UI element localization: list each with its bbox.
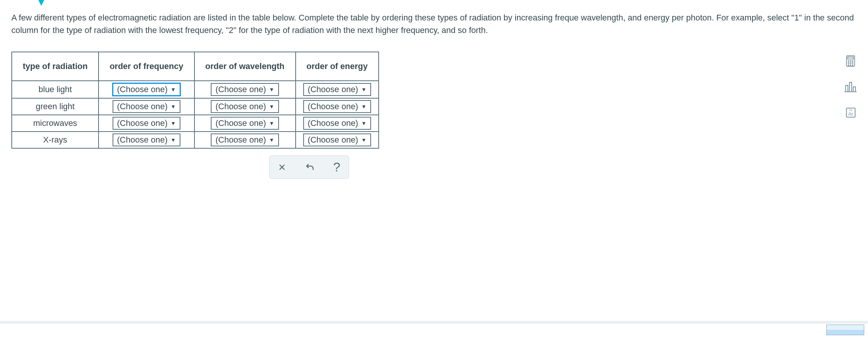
header-frequency: order of frequency [99, 52, 194, 81]
energy-dropdown[interactable]: (Choose one)▼ [303, 100, 371, 113]
dropdown-arrow-icon: ▼ [171, 86, 176, 93]
footer-divider [0, 321, 868, 324]
undo-icon [305, 163, 314, 172]
frequency-dropdown[interactable]: (Choose one)▼ [113, 133, 180, 146]
energy-dropdown[interactable]: (Choose one)▼ [303, 133, 371, 146]
periodic-table-icon: 18 Ar [846, 108, 855, 118]
svg-point-7 [848, 63, 849, 63]
table-row: green light (Choose one)▼ (Choose one)▼ … [12, 98, 379, 115]
svg-point-8 [850, 63, 851, 63]
close-icon [278, 163, 286, 171]
calculator-icon [846, 55, 855, 67]
dropdown-label: (Choose one) [215, 135, 266, 145]
dropdown-label: (Choose one) [308, 135, 358, 145]
svg-point-10 [848, 65, 849, 66]
reset-button[interactable] [305, 163, 314, 172]
svg-point-4 [848, 61, 849, 61]
bar-chart-icon [844, 82, 857, 92]
svg-rect-15 [849, 82, 852, 92]
wavelength-dropdown[interactable]: (Choose one)▼ [211, 100, 279, 113]
question-instructions: A few different types of electromagnetic… [11, 11, 857, 36]
svg-rect-14 [846, 85, 848, 92]
dropdown-label: (Choose one) [308, 118, 358, 128]
svg-rect-3 [848, 57, 854, 59]
svg-point-6 [852, 61, 853, 61]
dropdown-label: (Choose one) [215, 118, 266, 128]
table-row: X-rays (Choose one)▼ (Choose one)▼ (Choo… [12, 132, 379, 148]
help-button[interactable]: ? [333, 160, 340, 174]
header-energy: order of energy [296, 52, 379, 81]
dropdown-label: (Choose one) [117, 102, 168, 111]
dropdown-label: (Choose one) [308, 102, 358, 111]
energy-dropdown[interactable]: (Choose one)▼ [303, 117, 371, 130]
dropdown-arrow-icon: ▼ [361, 86, 367, 93]
svg-point-12 [852, 65, 853, 66]
dropdown-arrow-icon: ▼ [171, 104, 176, 110]
svg-point-9 [852, 63, 853, 63]
energy-dropdown[interactable]: (Choose one)▼ [303, 83, 371, 96]
chevron-down-icon: ▼ [36, 0, 47, 8]
dropdown-label: (Choose one) [215, 102, 266, 111]
dropdown-arrow-icon: ▼ [361, 137, 367, 143]
clear-button[interactable] [278, 163, 286, 171]
dropdown-label: (Choose one) [308, 85, 358, 94]
svg-point-5 [850, 61, 851, 61]
dropdown-arrow-icon: ▼ [269, 104, 274, 110]
header-type: type of radiation [12, 52, 99, 81]
dropdown-arrow-icon: ▼ [361, 104, 367, 110]
dropdown-label: (Choose one) [117, 85, 168, 94]
dropdown-arrow-icon: ▼ [269, 86, 274, 93]
element-symbol: Ar [848, 111, 853, 117]
dropdown-arrow-icon: ▼ [171, 120, 176, 126]
svg-rect-16 [853, 87, 855, 92]
radiation-type-cell: blue light [12, 81, 99, 98]
dropdown-label: (Choose one) [117, 118, 168, 128]
radiation-type-cell: green light [12, 98, 99, 115]
frequency-dropdown[interactable]: (Choose one)▼ [113, 100, 180, 113]
periodic-table-button[interactable]: 18 Ar [844, 107, 857, 119]
frequency-dropdown[interactable]: (Choose one)▼ [112, 83, 181, 96]
table-row: microwaves (Choose one)▼ (Choose one)▼ (… [12, 115, 379, 132]
dropdown-arrow-icon: ▼ [361, 120, 367, 126]
dropdown-arrow-icon: ▼ [269, 120, 274, 126]
preview-thumbnail[interactable] [826, 325, 864, 335]
header-wavelength: order of wavelength [194, 52, 296, 81]
dropdown-label: (Choose one) [215, 85, 266, 94]
wavelength-dropdown[interactable]: (Choose one)▼ [211, 83, 279, 96]
wavelength-dropdown[interactable]: (Choose one)▼ [211, 117, 279, 130]
radiation-table: type of radiation order of frequency ord… [11, 52, 379, 149]
side-tools: 18 Ar [844, 55, 857, 119]
radiation-type-cell: microwaves [12, 115, 99, 132]
dropdown-arrow-icon: ▼ [171, 137, 176, 143]
frequency-dropdown[interactable]: (Choose one)▼ [113, 117, 180, 130]
dropdown-arrow-icon: ▼ [269, 137, 274, 143]
svg-point-11 [850, 65, 851, 66]
calculator-button[interactable] [844, 55, 857, 67]
wavelength-dropdown[interactable]: (Choose one)▼ [211, 133, 279, 146]
chart-button[interactable] [844, 81, 857, 93]
table-row: blue light (Choose one)▼ (Choose one)▼ (… [12, 81, 379, 98]
radiation-type-cell: X-rays [12, 132, 99, 148]
action-bar: ? [269, 155, 349, 179]
dropdown-label: (Choose one) [117, 135, 168, 145]
